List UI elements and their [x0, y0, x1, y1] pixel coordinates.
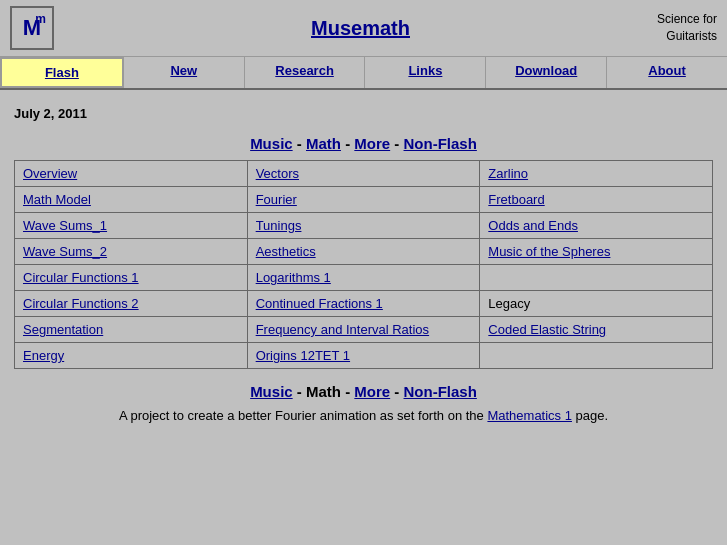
grid-link[interactable]: Overview [23, 166, 77, 181]
grid-link[interactable]: Segmentation [23, 322, 103, 337]
header: M m Musemath Science for Guitarists [0, 0, 727, 57]
site-title[interactable]: Musemath [64, 17, 657, 40]
table-row: Circular Functions 2Continued Fractions … [15, 291, 713, 317]
grid-link[interactable]: Tunings [256, 218, 302, 233]
more-link-bottom[interactable]: More [354, 383, 390, 400]
grid-link[interactable]: Math Model [23, 192, 91, 207]
grid-link[interactable]: Fourier [256, 192, 297, 207]
footer-description: A project to create a better Fourier ani… [14, 408, 713, 423]
tagline: Science for Guitarists [657, 11, 717, 45]
grid-link[interactable]: Zarlino [488, 166, 528, 181]
content-table: OverviewVectorsZarlinoMath ModelFourierF… [14, 160, 713, 369]
nav-item-links[interactable]: Links [365, 57, 486, 88]
table-row: OverviewVectorsZarlino [15, 161, 713, 187]
grid-link[interactable]: Wave Sums_1 [23, 218, 107, 233]
grid-link[interactable]: Odds and Ends [488, 218, 578, 233]
table-cell: Legacy [480, 291, 713, 317]
table-cell: Wave Sums_1 [15, 213, 248, 239]
nav-item-research[interactable]: Research [245, 57, 366, 88]
nav-item-about[interactable]: About [607, 57, 727, 88]
table-row: Math ModelFourierFretboard [15, 187, 713, 213]
grid-link[interactable]: Coded Elastic String [488, 322, 606, 337]
table-cell: Tunings [247, 213, 480, 239]
table-row: Wave Sums_2AestheticsMusic of the Sphere… [15, 239, 713, 265]
section-header-bottom: Music - Math - More - Non-Flash [14, 383, 713, 400]
logo: M m [10, 6, 54, 50]
table-row: EnergyOrigins 12TET 1 [15, 343, 713, 369]
table-cell: Logarithms 1 [247, 265, 480, 291]
grid-link[interactable]: Wave Sums_2 [23, 244, 107, 259]
table-row: SegmentationFrequency and Interval Ratio… [15, 317, 713, 343]
nav-link-new[interactable]: New [170, 63, 197, 78]
grid-plain-text: Legacy [488, 296, 530, 311]
music-link-top[interactable]: Music [250, 135, 293, 152]
grid-link[interactable]: Energy [23, 348, 64, 363]
table-cell: Fourier [247, 187, 480, 213]
nav-link-flash[interactable]: Flash [45, 65, 79, 80]
nonflash-link-top[interactable]: Non-Flash [404, 135, 477, 152]
table-cell: Music of the Spheres [480, 239, 713, 265]
grid-link[interactable]: Circular Functions 1 [23, 270, 139, 285]
more-link-top[interactable]: More [354, 135, 390, 152]
grid-link[interactable]: Music of the Spheres [488, 244, 610, 259]
nav-link-download[interactable]: Download [515, 63, 577, 78]
table-cell: Wave Sums_2 [15, 239, 248, 265]
grid-link[interactable]: Circular Functions 2 [23, 296, 139, 311]
table-cell: Origins 12TET 1 [247, 343, 480, 369]
logo-small-m: m [35, 12, 46, 26]
mathematics-link[interactable]: Mathematics 1 [487, 408, 572, 423]
section-header-top: Music - Math - More - Non-Flash [14, 135, 713, 152]
grid-link[interactable]: Continued Fractions 1 [256, 296, 383, 311]
nav-item-new[interactable]: New [124, 57, 245, 88]
table-cell [480, 343, 713, 369]
grid-link[interactable]: Frequency and Interval Ratios [256, 322, 429, 337]
table-cell: Frequency and Interval Ratios [247, 317, 480, 343]
nav-item-flash[interactable]: Flash [0, 57, 124, 88]
nav-bar: FlashNewResearchLinksDownloadAbout [0, 57, 727, 90]
grid-link[interactable]: Fretboard [488, 192, 544, 207]
table-cell: Continued Fractions 1 [247, 291, 480, 317]
grid-link[interactable]: Logarithms 1 [256, 270, 331, 285]
table-cell: Aesthetics [247, 239, 480, 265]
table-row: Wave Sums_1TuningsOdds and Ends [15, 213, 713, 239]
nav-item-download[interactable]: Download [486, 57, 607, 88]
nav-link-research[interactable]: Research [275, 63, 334, 78]
table-cell: Coded Elastic String [480, 317, 713, 343]
music-link-bottom[interactable]: Music [250, 383, 293, 400]
table-cell [480, 265, 713, 291]
table-cell: Math Model [15, 187, 248, 213]
table-row: Circular Functions 1Logarithms 1 [15, 265, 713, 291]
main-content: July 2, 2011 Music - Math - More - Non-F… [0, 90, 727, 433]
date-line: July 2, 2011 [14, 106, 713, 121]
table-cell: Segmentation [15, 317, 248, 343]
grid-link[interactable]: Vectors [256, 166, 299, 181]
nav-link-about[interactable]: About [648, 63, 686, 78]
table-cell: Odds and Ends [480, 213, 713, 239]
grid-link[interactable]: Origins 12TET 1 [256, 348, 350, 363]
table-cell: Energy [15, 343, 248, 369]
table-cell: Overview [15, 161, 248, 187]
table-cell: Fretboard [480, 187, 713, 213]
table-cell: Circular Functions 1 [15, 265, 248, 291]
table-cell: Zarlino [480, 161, 713, 187]
site-title-link[interactable]: Musemath [311, 17, 410, 39]
table-cell: Circular Functions 2 [15, 291, 248, 317]
table-cell: Vectors [247, 161, 480, 187]
nav-link-links[interactable]: Links [408, 63, 442, 78]
grid-link[interactable]: Aesthetics [256, 244, 316, 259]
math-link-top[interactable]: Math [306, 135, 341, 152]
nonflash-link-bottom[interactable]: Non-Flash [404, 383, 477, 400]
